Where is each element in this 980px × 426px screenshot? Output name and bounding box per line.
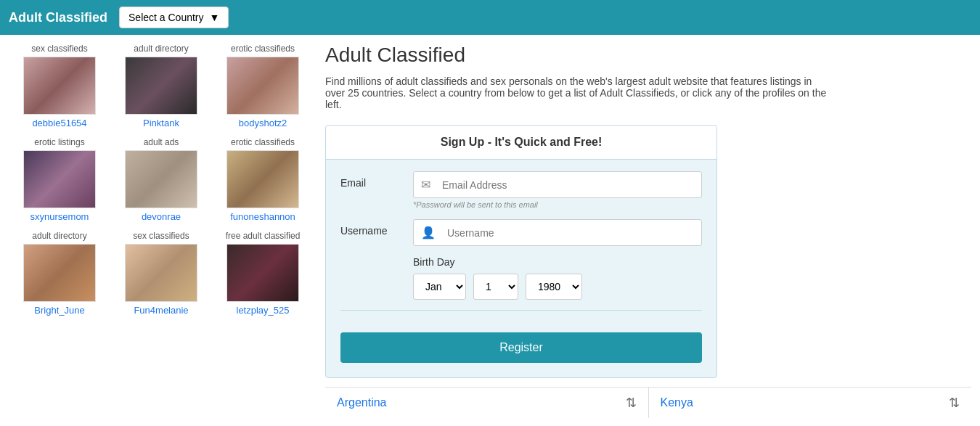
profile-category-label: sex classifieds — [31, 44, 87, 54]
profile-username[interactable]: Pinktank — [143, 118, 179, 128]
country-strip: Argentina ⇅ Kenya ⇅ — [325, 387, 971, 418]
profile-username[interactable]: letzplay_525 — [237, 305, 290, 316]
profile-thumbnail[interactable] — [125, 150, 197, 208]
username-label: Username — [340, 219, 413, 237]
country-select-label: Select a Country — [128, 12, 204, 23]
content-area: Adult Classified Find millions of adult … — [325, 44, 971, 418]
page-title: Adult Classified — [325, 44, 971, 67]
sidebar: sex classifieds debbie51654 adult direct… — [9, 44, 314, 418]
signup-header: Sign Up - It's Quick and Free! — [326, 126, 716, 160]
divider — [340, 310, 702, 311]
profile-username[interactable]: bodyshotz2 — [239, 118, 287, 128]
profile-category-label: adult ads — [144, 137, 179, 147]
profile-thumbnail[interactable] — [23, 150, 96, 208]
profile-thumbnail[interactable] — [226, 150, 299, 208]
profile-category-label: adult directory — [32, 231, 86, 241]
email-icon: ✉ — [414, 172, 438, 197]
birth-year-select[interactable]: 1980198119821983 1984198519861987 198819… — [526, 274, 582, 300]
birthday-label: Birth Day — [413, 256, 702, 268]
profile-username[interactable]: sxynursemom — [30, 211, 89, 222]
email-hint: *Password will be sent to this email — [413, 200, 702, 209]
email-row: Email ✉ *Password will be sent to this e… — [340, 171, 702, 209]
register-button[interactable]: Register — [340, 332, 702, 363]
profile-username[interactable]: Bright_June — [34, 305, 84, 316]
profile-item: sex classifieds debbie51654 — [9, 44, 110, 128]
profile-thumbnail[interactable] — [23, 244, 96, 302]
profile-username[interactable]: funoneshannon — [230, 211, 295, 222]
profile-category-label: erotic classifieds — [231, 44, 295, 54]
profile-item: erotic listings sxynursemom — [9, 137, 110, 222]
birth-month-select[interactable]: JanFebMar AprMayJun JulAugSep OctNovDec — [413, 274, 466, 300]
profile-list: sex classifieds debbie51654 adult direct… — [9, 44, 314, 324]
country-item: Argentina ⇅ — [325, 388, 649, 418]
profile-item: adult directory Pinktank — [110, 44, 212, 128]
user-icon: 👤 — [414, 220, 443, 245]
profile-category-label: sex classifieds — [133, 231, 189, 241]
profile-thumbnail[interactable] — [226, 244, 299, 302]
main-layout: sex classifieds debbie51654 adult direct… — [0, 35, 980, 426]
email-label: Email — [340, 171, 413, 189]
profile-item: erotic classifieds bodyshotz2 — [212, 44, 314, 128]
chevron-down-icon: ▼ — [210, 12, 220, 23]
profile-item: sex classifieds Fun4melanie — [110, 231, 212, 316]
profile-thumbnail[interactable] — [125, 57, 197, 115]
arrow-icon: ⇅ — [949, 395, 960, 411]
profile-category-label: free adult classified — [226, 231, 301, 241]
email-field[interactable] — [438, 173, 701, 197]
profile-item: erotic classifieds funoneshannon — [212, 137, 314, 222]
profile-category-label: erotic listings — [34, 137, 84, 147]
country-item: Kenya ⇅ — [649, 388, 972, 418]
profile-username[interactable]: devonrae — [142, 211, 181, 222]
signup-body: Email ✉ *Password will be sent to this e… — [326, 160, 716, 332]
username-field[interactable] — [443, 221, 701, 245]
profile-username[interactable]: Fun4melanie — [134, 305, 188, 316]
site-title: Adult Classified — [9, 10, 107, 25]
username-row: Username 👤 — [340, 219, 702, 246]
profile-item: free adult classified letzplay_525 — [212, 231, 314, 316]
profile-username[interactable]: debbie51654 — [32, 118, 86, 128]
country-select-button[interactable]: Select a Country ▼ — [119, 7, 229, 28]
profile-category-label: adult directory — [134, 44, 188, 54]
profile-thumbnail[interactable] — [125, 244, 197, 302]
username-input-group: 👤 — [413, 219, 702, 246]
profile-item: adult directory Bright_June — [9, 231, 110, 316]
profile-thumbnail[interactable] — [226, 57, 299, 115]
content-description: Find millions of adult classifieds and s… — [325, 75, 833, 110]
email-input-group: ✉ *Password will be sent to this email — [413, 171, 702, 209]
signup-box: Sign Up - It's Quick and Free! Email ✉ *… — [325, 125, 717, 378]
birth-day-select[interactable]: 12345 678910 1112131415 1617181920 21222… — [473, 274, 518, 300]
country-name[interactable]: Argentina — [337, 396, 387, 409]
username-input-wrapper: 👤 — [413, 219, 702, 246]
profile-category-label: erotic classifieds — [231, 137, 295, 147]
profile-item: adult ads devonrae — [110, 137, 212, 222]
arrow-icon: ⇅ — [626, 395, 637, 411]
email-input-wrapper: ✉ — [413, 171, 702, 198]
header: Adult Classified Select a Country ▼ — [0, 0, 980, 35]
country-name[interactable]: Kenya — [661, 396, 693, 409]
birthday-selects: JanFebMar AprMayJun JulAugSep OctNovDec … — [413, 274, 702, 300]
profile-thumbnail[interactable] — [23, 57, 96, 115]
